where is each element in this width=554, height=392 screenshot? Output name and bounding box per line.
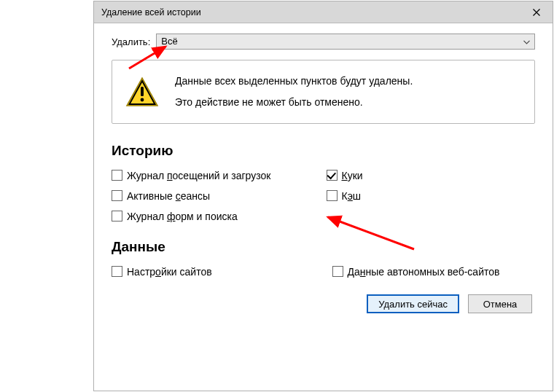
check-browsing-history[interactable]: Журнал посещений и загрузок: [112, 169, 321, 182]
time-range-select[interactable]: Всё: [156, 34, 535, 50]
dialog-buttons: Удалить сейчас Отмена: [112, 294, 535, 313]
warning-line1: Данные всех выделенных пунктов будут уда…: [175, 74, 413, 89]
dialog-content: Удалить: Всё Данные в: [94, 23, 553, 324]
checkbox-icon: [112, 170, 122, 181]
dialog-title: Удаление всей истории: [101, 7, 201, 17]
check-label: Данные автономных веб-сайтов: [348, 265, 500, 278]
clear-history-dialog: Удаление всей истории Удалить: Всё: [93, 1, 553, 391]
checkbox-icon: [112, 266, 122, 277]
close-icon: [533, 9, 540, 16]
checkbox-icon: [332, 266, 343, 277]
titlebar: Удаление всей истории: [94, 1, 553, 23]
warning-line2: Это действие не может быть отменено.: [175, 95, 413, 110]
warning-icon: [125, 77, 159, 107]
check-label: Активные сеансы: [127, 189, 210, 203]
delete-now-button[interactable]: Удалить сейчас: [367, 294, 459, 313]
check-cookies[interactable]: Куки: [327, 169, 536, 182]
check-label: Куки: [342, 169, 363, 182]
history-checklist: Журнал посещений и загрузок Куки Активны…: [112, 169, 535, 223]
check-label: Кэш: [342, 189, 362, 203]
check-label: Настройки сайтов: [127, 265, 212, 278]
svg-point-5: [141, 98, 144, 102]
check-label: Журнал форм и поиска: [127, 210, 238, 223]
checkbox-icon: [327, 190, 338, 201]
chevron-down-icon: [523, 34, 530, 49]
cancel-button[interactable]: Отмена: [468, 294, 532, 313]
svg-rect-4: [141, 87, 144, 96]
time-range-label: Удалить:: [112, 36, 150, 47]
check-offline-data[interactable]: Данные автономных веб-сайтов: [332, 265, 536, 278]
check-active-sessions[interactable]: Активные сеансы: [112, 189, 321, 203]
checkbox-icon: [112, 211, 122, 222]
time-range-row: Удалить: Всё: [112, 34, 535, 50]
checkbox-icon: [112, 190, 122, 201]
check-label: Журнал посещений и загрузок: [127, 169, 270, 182]
check-cache[interactable]: Кэш: [327, 189, 536, 203]
data-checklist: Настройки сайтов Данные автономных веб-с…: [112, 265, 535, 278]
section-data-heading: Данные: [112, 239, 535, 255]
close-button[interactable]: [520, 1, 553, 23]
time-range-value: Всё: [161, 36, 177, 47]
checkbox-icon: [327, 170, 338, 181]
warning-text: Данные всех выделенных пунктов будут уда…: [175, 74, 413, 110]
warning-panel: Данные всех выделенных пунктов будут уда…: [112, 60, 535, 124]
check-form-history[interactable]: Журнал форм и поиска: [112, 210, 321, 223]
section-history-heading: Историю: [112, 143, 535, 159]
check-site-settings[interactable]: Настройки сайтов: [112, 265, 315, 278]
